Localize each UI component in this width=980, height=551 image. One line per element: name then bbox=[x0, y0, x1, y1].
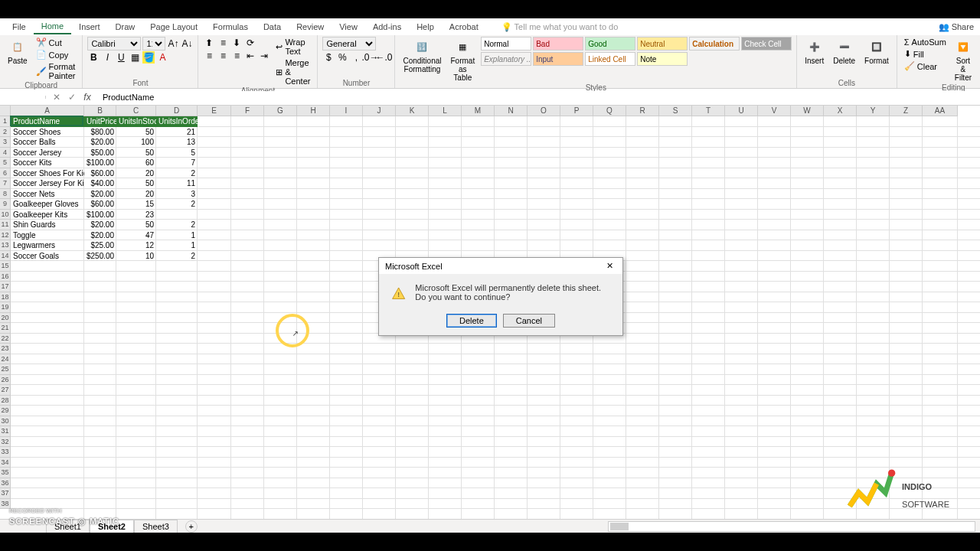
svg-point-1 bbox=[888, 470, 895, 477]
warning-icon: ! bbox=[391, 283, 406, 305]
dialog-close-button[interactable]: ✕ bbox=[603, 261, 616, 271]
logo-icon bbox=[845, 465, 899, 511]
dialog-title: Microsoft Excel bbox=[385, 262, 443, 271]
modal-overlay: Microsoft Excel ✕ ! Microsoft Excel will… bbox=[0, 0, 980, 551]
dialog-cancel-button[interactable]: Cancel bbox=[503, 314, 555, 328]
svg-text:!: ! bbox=[397, 291, 399, 298]
screencast-watermark: RECORDED WITH SCREENCAST ◎ MATIC bbox=[9, 507, 119, 527]
dialog-delete-button[interactable]: Delete bbox=[446, 314, 497, 328]
delete-sheet-dialog: Microsoft Excel ✕ ! Microsoft Excel will… bbox=[378, 257, 623, 336]
indigo-software-logo: INDIGOSOFTWARE bbox=[845, 465, 949, 511]
dialog-message: Microsoft Excel will permanently delete … bbox=[415, 283, 610, 302]
